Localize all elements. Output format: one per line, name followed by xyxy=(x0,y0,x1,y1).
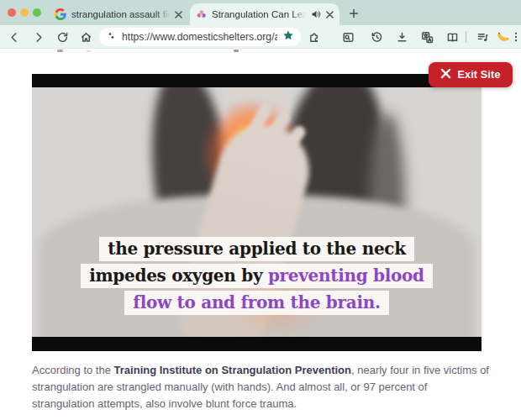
kebab-menu-icon[interactable] xyxy=(509,30,521,44)
tab-audio-icon[interactable] xyxy=(311,9,321,19)
tab-close-icon[interactable] xyxy=(326,11,334,18)
exit-site-label: Exit Site xyxy=(457,69,500,81)
video-letterbox-top xyxy=(32,74,482,87)
video-player[interactable]: the pressure applied to the neck impedes… xyxy=(32,74,482,351)
bookmark-star-icon[interactable] xyxy=(282,29,294,45)
caption-line-3: flow to and from the brain. xyxy=(32,291,482,315)
caption-highlight-text: preventing blood xyxy=(268,265,424,286)
exit-site-button[interactable]: Exit Site xyxy=(429,62,513,87)
google-g-icon xyxy=(55,8,66,20)
close-window-button[interactable] xyxy=(8,8,16,17)
media-playlist-icon[interactable] xyxy=(476,30,489,44)
back-icon[interactable] xyxy=(7,30,20,44)
home-icon[interactable] xyxy=(79,30,92,44)
caption-line-1: the pressure applied to the neck xyxy=(32,237,482,261)
browser-window: strangulation assault fingers Strangulat… xyxy=(0,0,521,420)
strangulation-institute-link[interactable]: Training Institute on Strangulation Prev… xyxy=(114,364,351,376)
search-side-panel-icon[interactable] xyxy=(341,30,355,44)
video-captions: the pressure applied to the neck impedes… xyxy=(32,237,482,318)
tab-search-results[interactable]: strangulation assault fingers xyxy=(49,3,188,25)
page-content: the pressure applied to the neck impedes… xyxy=(0,49,521,420)
address-bar[interactable]: https://www.domesticshelters.org/art... xyxy=(99,28,301,46)
extensions-puzzle-icon[interactable] xyxy=(308,30,321,44)
tab-article[interactable]: Strangulation Can Leave L xyxy=(190,3,339,25)
paragraph-line: strangulation are strangled manually (wi… xyxy=(32,379,496,396)
domesticshelters-flower-icon xyxy=(196,9,207,20)
toolbar: https://www.domesticshelters.org/art... xyxy=(0,25,521,49)
caption-line-2: impedes oxygen by preventing blood xyxy=(32,264,482,288)
tab-strip: strangulation assault fingers Strangulat… xyxy=(0,0,521,25)
reading-list-icon[interactable] xyxy=(445,30,459,44)
minimize-window-button[interactable] xyxy=(20,8,29,17)
close-icon xyxy=(440,67,451,82)
site-controls-icon[interactable] xyxy=(106,29,117,45)
forward-icon[interactable] xyxy=(32,30,45,44)
caption-text: the pressure applied to the neck xyxy=(108,239,406,259)
zoom-window-button[interactable] xyxy=(33,8,41,17)
tab-title: Strangulation Can Leave L xyxy=(212,9,306,19)
new-tab-button[interactable] xyxy=(346,6,360,20)
translate-icon[interactable] xyxy=(420,30,434,44)
caption-text: impedes oxygen by xyxy=(89,265,268,286)
banana-extension-icon[interactable] xyxy=(496,30,509,44)
toolbar-separator xyxy=(466,31,466,43)
download-icon[interactable] xyxy=(395,30,408,44)
caption-highlight-text: flow to and from the brain. xyxy=(133,292,380,312)
video-frame: the pressure applied to the neck impedes… xyxy=(32,87,482,337)
paragraph-line: strangulation attempts, also involve blu… xyxy=(32,396,496,412)
video-letterbox-bottom xyxy=(32,337,482,351)
paragraph-line: According to the Training Institute on S… xyxy=(32,362,496,379)
history-icon[interactable] xyxy=(370,30,383,44)
article-paragraph: According to the Training Institute on S… xyxy=(32,362,496,412)
tab-close-icon[interactable] xyxy=(175,11,182,18)
url-text[interactable]: https://www.domesticshelters.org/art... xyxy=(122,31,277,43)
reload-icon[interactable] xyxy=(55,30,69,44)
window-controls xyxy=(8,8,41,17)
tab-title: strangulation assault fingers xyxy=(71,9,170,19)
